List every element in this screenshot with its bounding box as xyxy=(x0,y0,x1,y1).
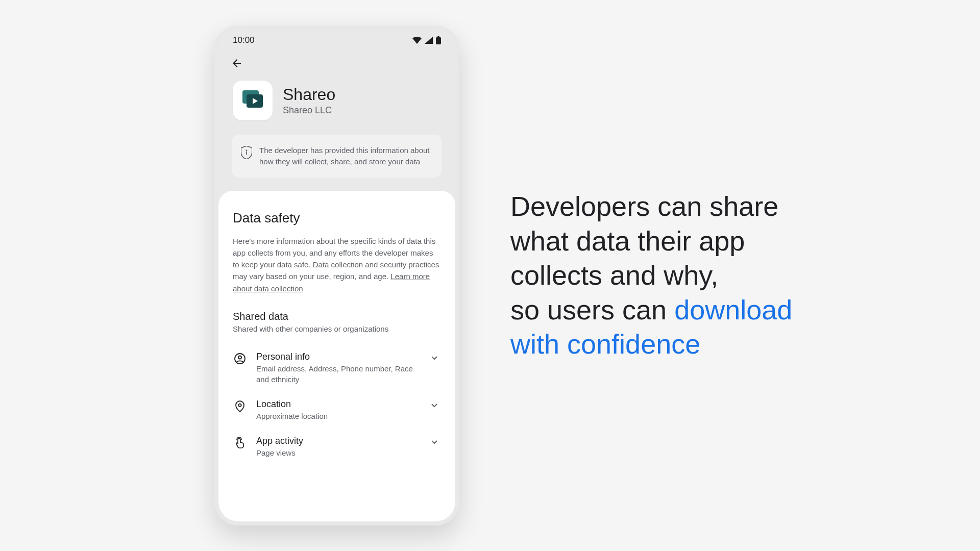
svg-point-7 xyxy=(238,356,241,359)
row-title: Personal info xyxy=(256,352,421,362)
touch-icon xyxy=(233,436,247,449)
shared-row-personal-info[interactable]: Personal info Email address, Address, Ph… xyxy=(233,344,441,392)
shared-row-app-activity[interactable]: App activity Page views xyxy=(233,429,441,465)
nav-bar xyxy=(218,51,455,76)
shared-data-subtitle: Shared with other companies or organizat… xyxy=(233,324,441,333)
row-title: App activity xyxy=(256,436,421,446)
phone-screen: 10:00 xyxy=(218,30,455,521)
status-icons xyxy=(412,36,441,44)
location-icon xyxy=(233,399,247,412)
row-sub: Page views xyxy=(256,447,421,458)
signal-icon xyxy=(425,37,433,44)
data-safety-title: Data safety xyxy=(233,210,441,226)
shield-icon xyxy=(241,145,252,159)
svg-rect-5 xyxy=(246,152,247,155)
data-safety-description: Here's more information about the specif… xyxy=(233,235,441,294)
svg-rect-1 xyxy=(437,36,439,38)
chevron-down-icon xyxy=(430,436,441,447)
app-name: Shareo xyxy=(283,85,335,104)
info-card-text: The developer has provided this informat… xyxy=(259,145,433,167)
row-title: Location xyxy=(256,399,421,410)
status-time: 10:00 xyxy=(233,35,255,45)
app-icon xyxy=(233,81,273,120)
marketing-headline: Developers can share what data their app… xyxy=(510,189,837,362)
row-sub: Email address, Address, Phone number, Ra… xyxy=(256,363,421,385)
svg-point-8 xyxy=(238,404,241,406)
shared-row-location[interactable]: Location Approximate location xyxy=(233,392,441,429)
svg-point-4 xyxy=(246,150,248,152)
phone-frame: 10:00 xyxy=(214,26,459,525)
svg-rect-0 xyxy=(436,37,441,44)
wifi-icon xyxy=(412,37,422,44)
chevron-down-icon xyxy=(430,352,441,363)
headline-part2: so users can xyxy=(510,294,674,325)
info-card: The developer has provided this informat… xyxy=(232,135,442,178)
app-title-block: Shareo Shareo LLC xyxy=(283,85,335,116)
data-safety-sheet: Data safety Here's more information abou… xyxy=(218,191,455,522)
person-icon xyxy=(233,352,247,365)
row-sub: Approximate location xyxy=(256,411,421,421)
app-header: Shareo Shareo LLC xyxy=(218,76,455,135)
headline-part1: Developers can share what data their app… xyxy=(510,191,778,290)
status-bar: 10:00 xyxy=(218,30,455,51)
shared-data-title: Shared data xyxy=(233,311,441,322)
app-developer: Shareo LLC xyxy=(283,105,335,116)
battery-icon xyxy=(436,36,441,44)
back-button[interactable] xyxy=(230,56,244,70)
chevron-down-icon xyxy=(430,399,441,410)
